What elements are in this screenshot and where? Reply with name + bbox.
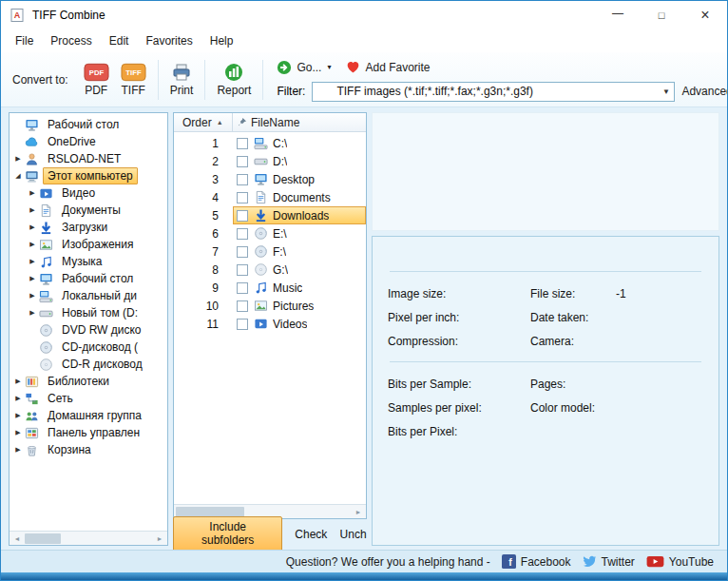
tree-item-network-16[interactable]: ▶Сеть: [10, 390, 167, 407]
tree-item-recycle-bin-19[interactable]: ▶Корзина: [10, 441, 167, 458]
tree-item-computer-3[interactable]: ◢Этот компьютер: [10, 167, 167, 184]
tree-collapsed-arrow-icon[interactable]: ▶: [27, 241, 38, 248]
tree-item-document-5[interactable]: ▶Документы: [10, 202, 167, 219]
filter-combobox[interactable]: TIFF images (*.tif;*.tiff;*.fax;*.g3n;*.…: [312, 82, 675, 102]
tree-item-desktop-9[interactable]: ▶Рабочий стол: [10, 270, 167, 287]
tree-item-video-4[interactable]: ▶Видео: [10, 184, 167, 202]
tree-collapsed-arrow-icon[interactable]: ▶: [27, 223, 38, 231]
tree-item-download-6[interactable]: ▶Загрузки: [10, 219, 167, 236]
file-row-music[interactable]: 9Music: [174, 279, 366, 297]
file-entry[interactable]: Desktop: [233, 170, 366, 188]
tree-item-homegroup-17[interactable]: ▶Домашняя группа: [10, 407, 167, 424]
scroll-left-icon[interactable]: ◄: [10, 535, 25, 542]
tree-item-cd-drive-12[interactable]: DVD RW диско: [10, 321, 167, 339]
tree-item-cd-14[interactable]: CD-R дисковод: [10, 356, 167, 373]
file-entry[interactable]: D:\: [233, 152, 366, 170]
tree-collapsed-arrow-icon[interactable]: ▶: [12, 429, 24, 436]
file-entry[interactable]: Downloads: [233, 206, 366, 224]
file-entry[interactable]: Videos: [233, 315, 366, 333]
minimize-button[interactable]: —: [596, 1, 640, 29]
tree-item-control-panel-18[interactable]: ▶Панель управлен: [10, 424, 167, 441]
file-checkbox[interactable]: [237, 138, 248, 149]
file-checkbox[interactable]: [237, 319, 248, 330]
tree-horizontal-scrollbar[interactable]: ◄ ►: [10, 531, 167, 545]
youtube-link[interactable]: YouTube: [646, 554, 714, 569]
file-row-documents[interactable]: 4Documents: [174, 188, 366, 206]
file-checkbox[interactable]: [237, 246, 248, 258]
file-row-desktop[interactable]: 3Desktop: [174, 170, 366, 188]
file-row-g[interactable]: 8G:\: [174, 261, 366, 279]
tree-item-drive-11[interactable]: ▶Новый том (D:: [10, 304, 167, 321]
twitter-link[interactable]: Twitter: [583, 554, 635, 569]
check-button[interactable]: Check: [294, 526, 327, 543]
file-checkbox[interactable]: [237, 156, 248, 167]
tree-item-cloud-1[interactable]: OneDrive: [10, 133, 167, 150]
combobox-dropdown-icon[interactable]: ▼: [658, 87, 674, 96]
file-checkbox[interactable]: [237, 210, 248, 222]
scroll-right-icon[interactable]: ►: [351, 509, 366, 515]
file-checkbox[interactable]: [237, 300, 248, 312]
file-checkbox[interactable]: [237, 192, 248, 203]
facebook-link[interactable]: f Facebook: [502, 554, 571, 569]
tree-item-drive-sys-10[interactable]: ▶Локальный ди: [10, 287, 167, 304]
uncheck-button[interactable]: Unch: [339, 526, 367, 543]
file-row-e[interactable]: 6E:\: [174, 224, 366, 242]
include-subfolders-button[interactable]: Include subfolders: [173, 516, 282, 552]
go-button[interactable]: Go... ▾: [277, 60, 331, 75]
maximize-button[interactable]: □: [640, 1, 683, 29]
tree-collapsed-arrow-icon[interactable]: ▶: [12, 155, 24, 163]
scrollbar-thumb[interactable]: [25, 533, 61, 544]
file-row-f[interactable]: 7F:\: [174, 242, 366, 261]
print-button[interactable]: Print: [164, 61, 200, 99]
tree-expanded-arrow-icon[interactable]: ◢: [12, 172, 24, 180]
tree-item-picture-7[interactable]: ▶Изображения: [10, 236, 167, 253]
menu-file[interactable]: File: [7, 31, 42, 50]
file-row-downloads[interactable]: 5Downloads: [174, 206, 366, 224]
file-entry[interactable]: E:\: [233, 224, 366, 242]
column-header-order[interactable]: Order ▲: [174, 113, 233, 131]
tree-item-cd-drive-13[interactable]: CD-дисковод (: [10, 339, 167, 356]
tree-collapsed-arrow-icon[interactable]: ▶: [12, 412, 24, 419]
tree-item-desktop-0[interactable]: Рабочий стол: [10, 116, 167, 133]
tree-collapsed-arrow-icon[interactable]: ▶: [27, 206, 38, 214]
menu-process[interactable]: Process: [42, 31, 100, 50]
file-entry[interactable]: F:\: [233, 242, 366, 261]
tree-collapsed-arrow-icon[interactable]: ▶: [12, 395, 24, 402]
tree-collapsed-arrow-icon[interactable]: ▶: [27, 258, 38, 265]
menu-help[interactable]: Help: [201, 31, 242, 50]
convert-tiff-button[interactable]: TIFF TIFF: [115, 61, 152, 99]
file-checkbox[interactable]: [237, 174, 248, 185]
tree-collapsed-arrow-icon[interactable]: ▶: [27, 309, 38, 317]
tree-item-music-8[interactable]: ▶Музыка: [10, 253, 167, 270]
advanced-filter-link[interactable]: Advanced filter: [681, 85, 728, 98]
tree-collapsed-arrow-icon[interactable]: ▶: [27, 189, 38, 197]
column-header-filename[interactable]: FileName: [233, 113, 366, 131]
tree-collapsed-arrow-icon[interactable]: ▶: [27, 292, 38, 300]
file-row-videos[interactable]: 11Videos: [174, 315, 366, 333]
tree-collapsed-arrow-icon[interactable]: ▶: [12, 446, 24, 454]
file-row-c[interactable]: 1C:\: [174, 134, 366, 152]
menu-favorites[interactable]: Favorites: [137, 31, 201, 50]
tree-collapsed-arrow-icon[interactable]: ▶: [27, 275, 38, 282]
tree-collapsed-arrow-icon[interactable]: ▶: [12, 378, 24, 385]
file-row-pictures[interactable]: 10Pictures: [174, 297, 366, 315]
file-row-d[interactable]: 2D:\: [174, 152, 366, 170]
file-checkbox[interactable]: [237, 228, 248, 240]
close-button[interactable]: ×: [683, 1, 727, 29]
file-entry[interactable]: C:\: [233, 134, 366, 152]
convert-pdf-button[interactable]: PDF PDF: [78, 61, 115, 99]
drive-icon: [38, 305, 54, 320]
report-button[interactable]: Report: [211, 61, 257, 99]
add-favorite-button[interactable]: Add Favorite: [346, 60, 430, 74]
file-checkbox[interactable]: [237, 282, 248, 294]
file-checkbox[interactable]: [237, 264, 248, 276]
scrollbar-thumb[interactable]: [176, 507, 244, 517]
scroll-right-icon[interactable]: ►: [152, 535, 167, 542]
file-entry[interactable]: Pictures: [233, 297, 366, 315]
menu-edit[interactable]: Edit: [101, 31, 138, 50]
file-entry[interactable]: Documents: [233, 188, 366, 206]
tree-item-library-15[interactable]: ▶Библиотеки: [10, 373, 167, 390]
file-entry[interactable]: G:\: [233, 261, 366, 279]
tree-item-user-2[interactable]: ▶RSLOAD-NET: [10, 150, 167, 167]
file-entry[interactable]: Music: [233, 279, 366, 297]
